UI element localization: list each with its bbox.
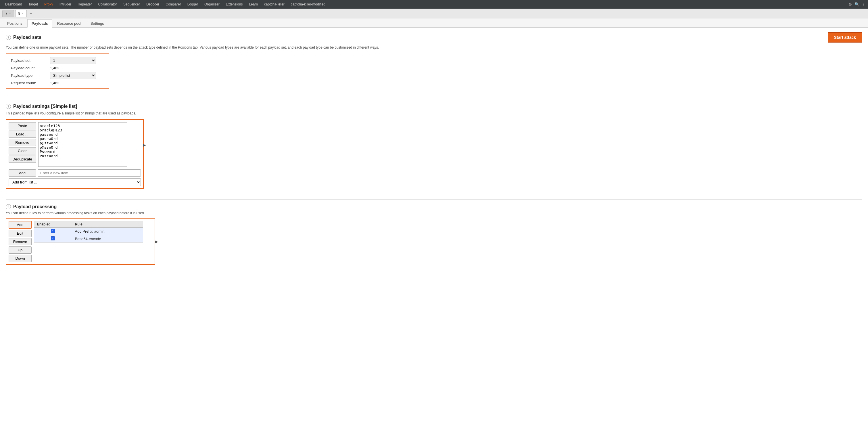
rule-2-checkbox[interactable]: [51, 236, 55, 240]
add-item-row: Add: [9, 169, 141, 177]
processing-down-button[interactable]: Down: [9, 255, 32, 262]
load-button[interactable]: Load ...: [9, 130, 36, 138]
nav-icons: ⚙ 🔍 ⋮: [848, 2, 866, 7]
divider-2: [6, 199, 862, 200]
nav-repeater[interactable]: Repeater: [75, 1, 95, 7]
payload-set-and-count: 1: [50, 57, 104, 64]
add-from-list-select[interactable]: Add from list ...: [9, 178, 141, 186]
paste-button[interactable]: Paste: [9, 122, 36, 129]
processing-container: Add Edit Remove Up Down Enabled Rule: [6, 218, 155, 265]
nav-captcha-killer[interactable]: captcha-killer: [261, 1, 287, 7]
nav-learn[interactable]: Learn: [246, 1, 261, 7]
processing-table-wrapper: Enabled Rule Add Prefix: admin:: [34, 221, 152, 262]
nav-target[interactable]: Target: [26, 1, 41, 7]
col-rule: Rule: [72, 221, 143, 228]
add-item-input[interactable]: [38, 169, 141, 177]
sub-tab-bar: Positions Payloads Resource pool Setting…: [0, 19, 868, 28]
request-count-value: 1,462: [50, 81, 104, 85]
tab-7-close[interactable]: ×: [9, 12, 11, 15]
payload-settings-title: Payload settings [Simple list]: [13, 104, 77, 109]
nav-captcha-killer-modified[interactable]: captcha-killer-modified: [288, 1, 328, 7]
tab-positions[interactable]: Positions: [3, 19, 27, 27]
nav-organizer[interactable]: Organizer: [202, 1, 222, 7]
payload-processing-title: Payload processing: [13, 204, 57, 209]
list-textarea-wrapper: oracle123 oracle@123 password passw0rd p…: [38, 122, 141, 168]
nav-intruder[interactable]: Intruder: [57, 1, 74, 7]
payload-type-label: Payload type:: [11, 73, 44, 78]
list-buttons: Paste Load ... Remove Clear Deduplicate: [9, 122, 36, 163]
request-count-label: Request count:: [11, 81, 44, 85]
nav-dashboard[interactable]: Dashboard: [2, 1, 25, 7]
simple-list-container: Paste Load ... Remove Clear Deduplicate …: [6, 119, 144, 189]
rule-1-enabled-cell: [34, 228, 72, 235]
payload-count-label: Payload count:: [11, 66, 44, 70]
tab-resource-pool[interactable]: Resource pool: [53, 19, 86, 27]
payload-sets-grid: Payload set: 1 Payload count: 1,462 Payl…: [11, 57, 104, 85]
tab-7-label: 7: [5, 11, 7, 16]
list-actions-row: Paste Load ... Remove Clear Deduplicate …: [9, 122, 141, 168]
payload-sets-box: Payload set: 1 Payload count: 1,462 Payl…: [6, 54, 109, 89]
menu-icon[interactable]: ⋮: [862, 2, 866, 7]
payload-sets-title: Payload sets: [13, 35, 41, 40]
payload-settings-title-row: ? Payload settings [Simple list]: [6, 104, 862, 109]
col-enabled: Enabled: [34, 221, 72, 228]
search-icon[interactable]: 🔍: [855, 2, 859, 7]
rule-2-enabled-cell: [34, 235, 72, 243]
processing-scroll-arrow: ▶: [155, 239, 158, 244]
payload-sets-section-header: ? Payload sets Start attack: [6, 32, 862, 42]
tab-7[interactable]: 7 ×: [2, 10, 14, 17]
divider-1: [6, 99, 862, 99]
payload-sets-help-icon[interactable]: ?: [6, 35, 11, 40]
nav-sequencer[interactable]: Sequencer: [120, 1, 143, 7]
main-content: ? Payload sets Start attack You can defi…: [0, 28, 868, 444]
payload-settings-description: This payload type lets you configure a s…: [6, 111, 862, 116]
nav-collaborator[interactable]: Collaborator: [95, 1, 120, 7]
tab-8[interactable]: 8 ×: [15, 10, 27, 17]
tab-settings[interactable]: Settings: [86, 19, 108, 27]
settings-icon[interactable]: ⚙: [848, 2, 852, 7]
tab-payloads[interactable]: Payloads: [27, 19, 52, 28]
tab-8-close[interactable]: ×: [22, 12, 24, 15]
nav-comparer[interactable]: Comparer: [163, 1, 184, 7]
payload-sets-description: You can define one or more payload sets.…: [6, 45, 862, 50]
add-item-button[interactable]: Add: [9, 169, 36, 177]
list-scroll-arrow: ▶: [143, 143, 146, 147]
rule-1-label: Add Prefix: admin:: [72, 228, 143, 235]
start-attack-button[interactable]: Start attack: [828, 32, 862, 42]
add-from-list-row: Add from list ...: [9, 178, 141, 186]
processing-edit-button[interactable]: Edit: [9, 230, 32, 237]
deduplicate-button[interactable]: Deduplicate: [9, 155, 36, 163]
processing-up-button[interactable]: Up: [9, 246, 32, 254]
payload-set-select[interactable]: 1: [50, 57, 96, 64]
nav-proxy[interactable]: Proxy: [41, 1, 56, 7]
payload-processing-description: You can define rules to perform various …: [6, 211, 862, 215]
rule-1-checkbox[interactable]: [51, 229, 55, 233]
payload-processing-title-row: ? Payload processing: [6, 204, 862, 209]
processing-left-buttons: Add Edit Remove Up Down: [9, 221, 32, 262]
processing-add-button[interactable]: Add: [9, 221, 32, 229]
payload-set-label: Payload set:: [11, 58, 44, 63]
processing-remove-button[interactable]: Remove: [9, 238, 32, 245]
rule-2-label: Base64-encode: [72, 235, 143, 243]
table-row: Add Prefix: admin:: [34, 228, 143, 235]
tab-bar: 7 × 8 × +: [0, 9, 868, 19]
table-row: Base64-encode: [34, 235, 143, 243]
payload-count-value: 1,462: [50, 66, 104, 70]
nav-extensions[interactable]: Extensions: [223, 1, 246, 7]
nav-logger[interactable]: Logger: [185, 1, 201, 7]
nav-decoder[interactable]: Decoder: [144, 1, 162, 7]
payload-sets-title-row: ? Payload sets: [6, 35, 41, 40]
top-nav: Dashboard Target Proxy Intruder Repeater…: [0, 0, 868, 9]
remove-button[interactable]: Remove: [9, 139, 36, 146]
tab-8-label: 8: [19, 11, 21, 16]
payload-list-textarea[interactable]: oracle123 oracle@123 password passw0rd p…: [38, 122, 127, 167]
clear-button[interactable]: Clear: [9, 147, 36, 154]
add-tab-button[interactable]: +: [28, 11, 34, 16]
payload-type-select[interactable]: Simple list: [50, 72, 96, 79]
payload-settings-help-icon[interactable]: ?: [6, 104, 11, 109]
payload-processing-help-icon[interactable]: ?: [6, 204, 11, 209]
processing-table: Enabled Rule Add Prefix: admin:: [34, 221, 143, 243]
